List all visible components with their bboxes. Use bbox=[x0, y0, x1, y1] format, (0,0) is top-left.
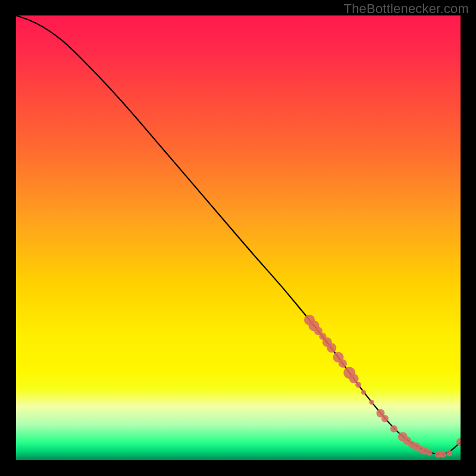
data-marker bbox=[369, 400, 374, 405]
data-marker bbox=[361, 390, 366, 394]
bottleneck-curve-path bbox=[16, 15, 461, 454]
marker-group bbox=[304, 315, 461, 458]
data-marker bbox=[427, 450, 433, 456]
data-marker bbox=[327, 343, 336, 353]
curve-group bbox=[16, 15, 461, 454]
data-marker bbox=[439, 450, 446, 458]
chart-stage: TheBottlenecker.com bbox=[0, 0, 476, 476]
data-marker bbox=[381, 415, 389, 422]
watermark-text: TheBottlenecker.com bbox=[344, 1, 469, 17]
data-marker bbox=[390, 425, 397, 433]
plot-area bbox=[16, 15, 461, 460]
data-marker bbox=[349, 374, 359, 383]
data-marker bbox=[355, 382, 361, 388]
chart-svg bbox=[16, 15, 461, 460]
data-marker bbox=[446, 450, 452, 456]
data-marker bbox=[339, 359, 347, 368]
